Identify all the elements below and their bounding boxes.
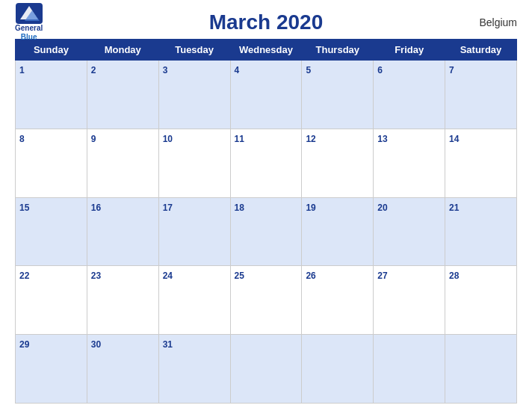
calendar-table: SundayMondayTuesdayWednesdayThursdayFrid… [15,39,517,404]
weekday-monday: Monday [87,40,158,61]
calendar-cell[interactable] [302,335,374,404]
day-number: 14 [449,134,459,144]
day-number: 30 [91,339,101,350]
calendar-cell[interactable] [445,335,517,404]
calendar-cell[interactable]: 19 [302,197,374,266]
calendar-cell[interactable]: 11 [230,129,302,197]
country-label: Belgium [479,16,517,28]
day-number: 15 [19,203,29,213]
day-number: 19 [306,203,315,213]
weekday-friday: Friday [374,40,445,61]
calendar-cell[interactable]: 26 [302,266,374,335]
calendar-cell[interactable]: 25 [230,266,302,335]
day-number: 7 [449,65,454,75]
day-number: 3 [163,65,168,75]
week-row-2: 891011121314 [16,129,517,197]
day-number: 12 [306,134,315,144]
page-title: March 2020 [209,10,324,34]
day-number: 17 [163,203,173,213]
calendar-cell[interactable]: 17 [158,197,230,266]
calendar-cell[interactable]: 7 [445,61,517,129]
day-number: 22 [19,271,29,281]
logo: General Blue [15,3,43,42]
day-number: 6 [377,65,383,75]
calendar-cell[interactable]: 1 [16,61,87,129]
day-number: 4 [235,65,240,75]
day-number: 11 [235,134,244,144]
day-number: 28 [449,271,459,281]
calendar-cell[interactable] [374,335,445,404]
day-number: 13 [377,134,387,144]
weekday-wednesday: Wednesday [230,40,302,61]
week-row-4: 22232425262728 [16,266,517,335]
calendar-cell[interactable]: 21 [445,197,517,266]
calendar-cell[interactable]: 22 [16,266,87,335]
day-number: 20 [377,203,387,213]
calendar-cell[interactable]: 20 [374,197,445,266]
day-number: 26 [306,271,315,281]
calendar-cell[interactable]: 4 [230,61,302,129]
calendar-cell[interactable]: 3 [158,61,230,129]
day-number: 21 [449,203,459,213]
calendar-header: General Blue March 2020 Belgium [15,10,517,34]
logo-general: General [15,24,43,33]
logo-blue: Blue [21,33,37,42]
week-row-3: 15161718192021 [16,197,517,266]
day-number: 16 [91,203,101,213]
weekday-header-row: SundayMondayTuesdayWednesdayThursdayFrid… [16,40,517,61]
calendar-cell[interactable]: 14 [445,129,517,197]
day-number: 18 [235,203,244,213]
calendar-cell[interactable]: 24 [158,266,230,335]
calendar-cell[interactable]: 15 [16,197,87,266]
weekday-sunday: Sunday [16,40,87,61]
day-number: 31 [163,339,173,350]
weekday-thursday: Thursday [302,40,374,61]
day-number: 9 [91,134,96,144]
day-number: 10 [163,134,173,144]
day-number: 1 [19,65,25,75]
week-row-5: 293031 [16,335,517,404]
calendar-cell[interactable]: 13 [374,129,445,197]
day-number: 2 [91,65,96,75]
day-number: 24 [163,271,173,281]
calendar-cell[interactable]: 31 [158,335,230,404]
calendar-cell[interactable]: 2 [87,61,158,129]
calendar-cell[interactable]: 28 [445,266,517,335]
day-number: 25 [235,271,244,281]
calendar-cell[interactable]: 16 [87,197,158,266]
calendar-cell[interactable]: 9 [87,129,158,197]
day-number: 29 [19,339,29,350]
day-number: 8 [19,134,25,144]
day-number: 23 [91,271,101,281]
calendar-cell[interactable]: 10 [158,129,230,197]
calendar-cell[interactable]: 23 [87,266,158,335]
calendar-cell[interactable]: 8 [16,129,87,197]
calendar-cell[interactable]: 12 [302,129,374,197]
calendar-cell[interactable]: 29 [16,335,87,404]
calendar-cell[interactable] [230,335,302,404]
calendar-cell[interactable]: 6 [374,61,445,129]
calendar-cell[interactable]: 27 [374,266,445,335]
weekday-saturday: Saturday [445,40,517,61]
calendar-cell[interactable]: 5 [302,61,374,129]
week-row-1: 1234567 [16,61,517,129]
day-number: 5 [306,65,311,75]
weekday-tuesday: Tuesday [158,40,230,61]
calendar-cell[interactable]: 18 [230,197,302,266]
day-number: 27 [377,271,387,281]
calendar-cell[interactable]: 30 [87,335,158,404]
